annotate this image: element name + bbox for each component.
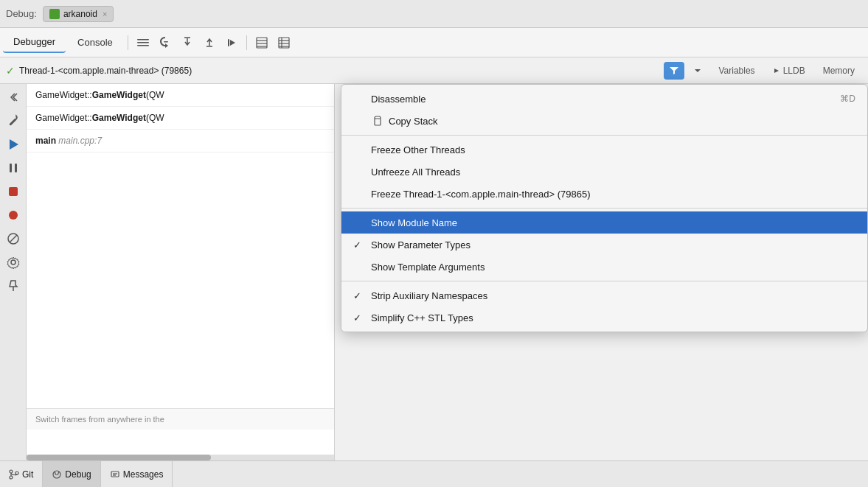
menu-item-show-template[interactable]: Show Template Arguments (341, 256, 867, 278)
svg-rect-4 (228, 39, 229, 46)
svg-rect-18 (9, 187, 18, 196)
toolbar-btn-step-in[interactable] (177, 32, 198, 53)
svg-point-27 (15, 472, 18, 474)
menu-item-strip-ns[interactable]: ✓ Strip Auxiliary Namespaces (341, 284, 867, 306)
menu-label-show-param: Show Parameter Types (371, 239, 471, 250)
menu-item-show-param[interactable]: ✓ Show Parameter Types (341, 234, 867, 256)
status-bar-git[interactable]: Git (0, 461, 43, 487)
stack-frame-2[interactable]: main main.cpp:7 (27, 130, 334, 153)
toolbar-btn-vars[interactable] (274, 32, 294, 53)
tab-memory[interactable]: Memory (816, 63, 862, 79)
tab-variables[interactable]: Variables (711, 63, 762, 79)
pin-icon[interactable] (3, 276, 24, 296)
stack-frame-0[interactable]: GameWidget::GameWidget(QW (27, 84, 334, 107)
toolbar-sep-2 (246, 35, 247, 50)
menu-divider-1 (341, 135, 867, 136)
slash-icon[interactable] (3, 228, 24, 249)
menu-label-disassemble: Disassemble (371, 94, 426, 105)
status-bar-debug-label: Debug (65, 469, 91, 480)
thread-bar: ✓ Thread-1-<com.apple.main-thread> (7986… (0, 57, 868, 84)
tab-debugger[interactable]: Debugger (3, 32, 66, 53)
svg-marker-14 (774, 69, 779, 73)
menu-label-show-template: Show Template Arguments (371, 262, 485, 273)
stack-frame-0-prefix: GameWidget:: (35, 90, 92, 100)
svg-rect-2 (137, 45, 149, 46)
svg-point-22 (11, 260, 15, 264)
stack-frame-1[interactable]: GameWidget::GameWidget(QW (27, 107, 334, 130)
status-bar-git-label: Git (22, 469, 33, 480)
svg-rect-24 (375, 119, 381, 125)
svg-point-19 (9, 211, 18, 220)
debug-tab-close[interactable]: × (103, 10, 107, 18)
thread-dropdown-button[interactable] (689, 62, 706, 80)
toolbar-btn-step-out[interactable] (199, 32, 220, 53)
menu-item-freeze-other[interactable]: Freeze Other Threads (341, 139, 867, 161)
thread-name: Thread-1-<com.apple.main-thread> (79865) (19, 66, 659, 76)
thread-filter-button[interactable] (664, 62, 684, 80)
stack-frame-0-args: (QW (146, 90, 164, 100)
tab-lldb[interactable]: LLDB (765, 63, 813, 79)
menu-divider-3 (341, 281, 867, 281)
stack-frame-1-args: (QW (146, 113, 164, 123)
menu-label-unfreeze-all: Unfreeze All Threads (371, 167, 460, 178)
wrench-icon[interactable] (3, 111, 24, 131)
scroll-thumb[interactable] (27, 455, 211, 460)
toolbar-separator (128, 35, 128, 50)
svg-rect-1 (137, 42, 149, 43)
pause-icon[interactable] (3, 158, 24, 178)
menu-label-freeze-thread: Freeze Thread-1-<com.apple.main-thread> … (371, 189, 590, 200)
stack-frame-2-file: main.cpp:7 (56, 136, 102, 146)
scroll-indicator[interactable] (27, 455, 334, 460)
menu-item-unfreeze-all[interactable]: Unfreeze All Threads (341, 161, 867, 183)
copy-icon (371, 115, 383, 127)
back-icon[interactable] (3, 87, 24, 108)
svg-marker-15 (10, 139, 18, 150)
toolbar-btn-run-to[interactable] (221, 32, 242, 53)
play-icon[interactable] (3, 134, 24, 155)
svg-line-21 (10, 235, 17, 242)
stack-frame-1-prefix: GameWidget:: (35, 113, 92, 123)
svg-rect-16 (10, 164, 12, 172)
record-icon[interactable] (3, 205, 24, 225)
svg-rect-3 (164, 41, 168, 43)
toolbar-btn-frames[interactable] (251, 32, 272, 53)
toolbar: Debugger Console (0, 28, 868, 57)
debug-bar: Debug: arkanoid × (0, 0, 868, 28)
tab-console[interactable]: Console (67, 32, 123, 52)
menu-label-show-module: Show Module Name (371, 217, 457, 228)
menu-label-strip-ns: Strip Auxiliary Namespaces (371, 290, 487, 301)
menu-label-copy-stack: Copy Stack (389, 116, 437, 127)
menu-label-simplify-stl: Simplify C++ STL Types (371, 312, 473, 323)
debug-label: Debug: (6, 8, 37, 19)
main-area: GameWidget::GameWidget(QW GameWidget::Ga… (0, 84, 868, 460)
menu-checkmark-strip-ns: ✓ (353, 290, 365, 301)
gear-icon[interactable] (3, 252, 24, 273)
menu-label-freeze-other: Freeze Other Threads (371, 144, 465, 155)
toolbar-btn-step-over[interactable] (155, 32, 176, 53)
status-bar-messages[interactable]: Messages (101, 461, 173, 487)
debug-tab-icon (49, 9, 60, 19)
svg-rect-17 (15, 164, 17, 172)
svg-point-26 (10, 476, 13, 479)
context-menu-overlay: Disassemble ⌘D Copy Stack Freeze Other T (341, 84, 868, 460)
menu-checkmark-simplify-stl: ✓ (353, 312, 365, 323)
debug-tab-name: arkanoid (63, 9, 97, 19)
menu-item-freeze-thread[interactable]: Freeze Thread-1-<com.apple.main-thread> … (341, 183, 867, 205)
menu-item-copy-stack[interactable]: Copy Stack (341, 110, 867, 132)
svg-point-25 (10, 470, 13, 473)
svg-rect-0 (137, 39, 149, 41)
status-bar-debug[interactable]: Debug (43, 461, 100, 487)
context-menu: Disassemble ⌘D Copy Stack Freeze Other T (341, 84, 868, 332)
menu-item-simplify-stl[interactable]: ✓ Simplify C++ STL Types (341, 306, 867, 329)
stack-frame-2-func: main (35, 136, 56, 146)
stack-frame-0-func: GameWidget (92, 90, 146, 100)
menu-item-show-module[interactable]: Show Module Name (341, 211, 867, 234)
menu-item-disassemble[interactable]: Disassemble ⌘D (341, 88, 867, 110)
menu-checkmark-show-param: ✓ (353, 239, 365, 250)
stack-panel: GameWidget::GameWidget(QW GameWidget::Ga… (27, 84, 335, 460)
toolbar-btn-menu[interactable] (133, 32, 153, 53)
status-bar: Git Debug Messages (0, 460, 868, 487)
stop-icon[interactable] (3, 181, 24, 202)
debug-tab[interactable]: arkanoid × (43, 6, 114, 22)
switch-hint: Switch frames from anywhere in the (27, 408, 334, 430)
